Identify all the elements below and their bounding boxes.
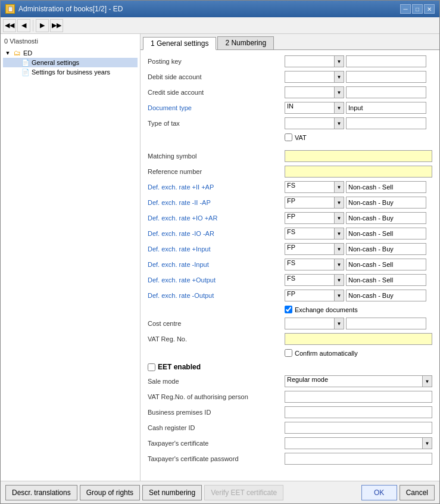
taxpayer-cert-arrow[interactable]: ▼ [422,438,432,449]
sale-mode-select[interactable]: Regular mode ▼ [285,375,432,387]
def-exch-ii-ap-neg-arrow[interactable]: ▼ [334,197,344,208]
def-exch-output-neg-text[interactable] [346,290,426,301]
vat-checkbox[interactable] [285,133,292,141]
def-exch-input-arrow[interactable]: ▼ [334,244,344,254]
group-of-rights-button[interactable]: Group of rights [80,485,140,500]
descr-translations-button[interactable]: Descr. translations [5,485,77,500]
def-exch-ii-ap-select[interactable]: FS ▼ [285,181,344,193]
eet-enabled-checkbox[interactable] [148,363,155,371]
matching-symbol-row: Matching symbol [148,150,432,163]
debit-side-text[interactable] [346,71,426,83]
posting-key-text[interactable] [346,55,426,67]
document-type-text[interactable] [346,102,426,114]
def-exch-io-ar-neg-arrow[interactable]: ▼ [334,228,344,239]
def-exch-ii-ap-label: Def. exch. rate +II +AP [148,183,285,191]
last-record-button[interactable]: ▶▶ [50,19,63,32]
credit-side-arrow[interactable]: ▼ [334,87,344,98]
doc-icon-general: 📄 [21,58,30,67]
def-exch-input-neg-arrow[interactable]: ▼ [334,259,344,270]
type-of-tax-row: Type of tax ▼ [148,117,432,130]
exchange-documents-label: Exchange documents [295,306,358,313]
def-exch-input-neg-select[interactable]: FS ▼ [285,259,344,270]
def-exch-output-text[interactable] [346,274,426,286]
sidebar: 0 Vlastnosti ▼ 🗂 ED 📄 General settings 📄… [1,34,141,481]
def-exch-ii-ap-row: Def. exch. rate +II +AP FS ▼ [148,181,432,194]
vat-reg-auth-input[interactable] [285,391,432,403]
posting-key-select[interactable]: ▼ [285,55,344,67]
minimize-button[interactable]: ─ [400,4,411,14]
def-exch-input-neg-text[interactable] [346,259,426,270]
def-exch-ii-ap-neg-text[interactable] [346,197,426,209]
play-button[interactable]: ▶ [36,19,49,32]
business-premises-row: Business premises ID [148,406,432,419]
folder-icon: 🗂 [13,49,22,57]
exchange-documents-checkbox[interactable] [285,306,292,313]
credit-side-label: Credit side account [148,89,285,96]
confirm-auto-checkbox[interactable] [285,349,292,357]
debit-side-arrow[interactable]: ▼ [334,71,344,82]
taxpayer-cert-password-input[interactable] [285,453,432,465]
eet-section-title: EET enabled [158,363,201,371]
tree-item-ed[interactable]: ▼ 🗂 ED [3,48,138,58]
def-exch-output-neg-arrow[interactable]: ▼ [334,290,344,301]
verify-eet-button[interactable]: Verify EET certificate [204,485,283,500]
taxpayer-cert-select[interactable]: ▼ [285,437,432,449]
type-of-tax-arrow[interactable]: ▼ [334,118,344,129]
vat-reg-no-input[interactable] [285,333,432,345]
def-exch-ii-ap-arrow[interactable]: ▼ [334,182,344,192]
tab-general-settings[interactable]: 1 General settings [143,37,216,50]
tab-numbering[interactable]: 2 Numbering [217,36,274,49]
def-exch-io-ar-arrow[interactable]: ▼ [334,213,344,223]
sale-mode-label: Sale mode [148,378,285,385]
tree-expand-icon: ▼ [4,49,11,57]
type-of-tax-select[interactable]: ▼ [285,117,344,129]
document-type-row: Document type IN ▼ [148,101,432,114]
document-type-label: Document type [148,104,285,111]
def-exch-ii-ap-text[interactable] [346,181,426,193]
tree-item-general-settings[interactable]: 📄 General settings [3,58,138,67]
def-exch-input-text[interactable] [346,243,426,255]
def-exch-ii-ap-neg-select[interactable]: FP ▼ [285,197,344,209]
close-button[interactable]: ✕ [424,4,435,14]
confirm-auto-label: Confirm automatically [295,350,358,357]
maximize-button[interactable]: □ [412,4,423,14]
business-premises-label: Business premises ID [148,409,285,416]
cost-centre-select[interactable]: ▼ [285,318,344,329]
def-exch-io-ar-select[interactable]: FP ▼ [285,212,344,224]
def-exch-ii-ap-neg-row: Def. exch. rate -II -AP FP ▼ [148,196,432,209]
credit-side-select[interactable]: ▼ [285,86,344,98]
set-numbering-button[interactable]: Set numbering [142,485,202,500]
credit-side-text[interactable] [346,86,426,98]
tree-item-business-years[interactable]: 📄 Settings for business years [3,67,138,77]
debit-side-select[interactable]: ▼ [285,71,344,83]
def-exch-output-arrow[interactable]: ▼ [334,275,344,285]
def-exch-output-select[interactable]: FS ▼ [285,274,344,286]
business-premises-input[interactable] [285,406,432,418]
ok-button[interactable]: OK [361,485,397,500]
def-exch-io-ar-neg-select[interactable]: FS ▼ [285,228,344,239]
cost-centre-text[interactable] [346,318,426,329]
sidebar-header: 0 Vlastnosti [3,36,138,46]
cancel-button[interactable]: Cancel [400,485,435,500]
sale-mode-value: Regular mode [285,376,422,387]
matching-symbol-label: Matching symbol [148,153,285,160]
spacer-1 [148,145,432,150]
sale-mode-arrow[interactable]: ▼ [422,376,432,387]
cash-register-input[interactable] [285,422,432,434]
def-exch-output-neg-select[interactable]: FP ▼ [285,290,344,301]
def-exch-input-neg-value: FS [285,259,334,270]
def-exch-io-ar-text[interactable] [346,212,426,224]
vat-reg-auth-label: VAT Reg.No. of authorising person [148,393,285,400]
matching-symbol-input[interactable] [285,150,432,162]
first-record-button[interactable]: ◀◀ [3,19,16,32]
right-panel: 1 General settings 2 Numbering Posting k… [141,34,439,481]
def-exch-input-select[interactable]: FP ▼ [285,243,344,255]
cost-centre-arrow[interactable]: ▼ [334,318,344,329]
document-type-arrow[interactable]: ▼ [334,102,344,113]
prev-record-button[interactable]: ◀ [17,19,30,32]
type-of-tax-text[interactable] [346,117,426,129]
def-exch-io-ar-neg-text[interactable] [346,228,426,239]
document-type-select[interactable]: IN ▼ [285,102,344,114]
posting-key-arrow[interactable]: ▼ [334,56,344,67]
reference-number-input[interactable] [285,166,432,178]
